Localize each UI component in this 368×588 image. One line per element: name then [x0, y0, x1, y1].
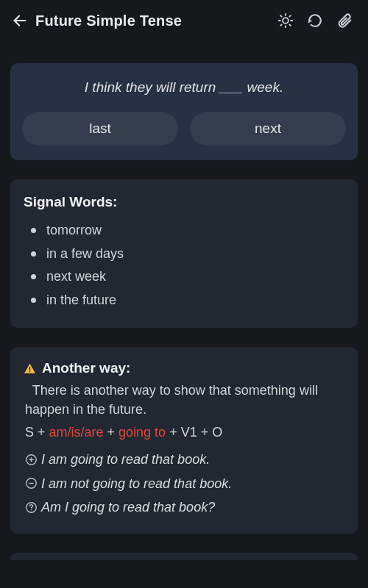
question-sentence: I think they will return ___ week. [22, 79, 346, 96]
list-item-text: next week [46, 265, 106, 289]
arrow-left-icon [12, 12, 28, 29]
svg-line-9 [289, 15, 290, 16]
back-button[interactable] [7, 8, 32, 33]
another-way-description: There is another way to show that someth… [24, 381, 344, 419]
list-item: tomorrow [26, 219, 344, 243]
another-way-title: Another way: [42, 360, 130, 376]
example-text: I am going to read that book. [41, 448, 210, 471]
header: Future Simple Tense [0, 0, 368, 41]
example-text: I am not going to read that book. [41, 472, 232, 495]
content: I think they will return ___ week. last … [0, 63, 368, 560]
list-item-text: in the future [46, 289, 116, 312]
signal-words-list: tomorrow in a few days next week in the … [24, 219, 344, 312]
svg-rect-11 [29, 370, 30, 372]
example-question: Am I going to read that book? [24, 495, 344, 519]
plus-circle-icon [25, 453, 41, 466]
warning-icon [24, 362, 36, 375]
question-circle-icon [25, 501, 41, 514]
svg-rect-10 [29, 367, 30, 370]
minus-circle-icon [25, 477, 41, 490]
next-card-peek [10, 553, 358, 560]
svg-line-8 [280, 24, 281, 25]
options-row: last next [22, 112, 346, 146]
page-title: Future Simple Tense [35, 12, 182, 29]
option-last[interactable]: last [22, 112, 178, 146]
example-negative: I am not going to read that book. [24, 472, 344, 495]
signal-words-card: Signal Words: tomorrow in a few days nex… [10, 179, 358, 328]
example-text: Am I going to read that book? [41, 495, 215, 519]
list-item: in the future [26, 289, 344, 312]
list-item-text: in a few days [46, 243, 124, 266]
question-card: I think they will return ___ week. last … [10, 63, 358, 160]
list-item: next week [26, 265, 344, 289]
another-way-header: Another way: [24, 360, 344, 376]
svg-point-18 [31, 509, 32, 510]
refresh-button[interactable] [302, 7, 328, 34]
refresh-icon [307, 12, 323, 29]
list-item: in a few days [26, 243, 344, 266]
svg-line-4 [280, 15, 281, 16]
option-next[interactable]: next [190, 112, 346, 146]
formula: S + am/is/are + going to + V1 + O [24, 425, 344, 440]
signal-words-title: Signal Words: [24, 194, 344, 210]
svg-point-1 [283, 18, 289, 24]
sun-icon [277, 12, 294, 29]
paperclip-icon [336, 12, 353, 29]
another-way-card: Another way: There is another way to sho… [10, 347, 358, 534]
svg-line-5 [289, 24, 290, 25]
list-item-text: tomorrow [46, 219, 102, 243]
example-positive: I am going to read that book. [24, 448, 344, 471]
attachment-button[interactable] [331, 7, 358, 34]
theme-toggle-button[interactable] [272, 7, 299, 34]
